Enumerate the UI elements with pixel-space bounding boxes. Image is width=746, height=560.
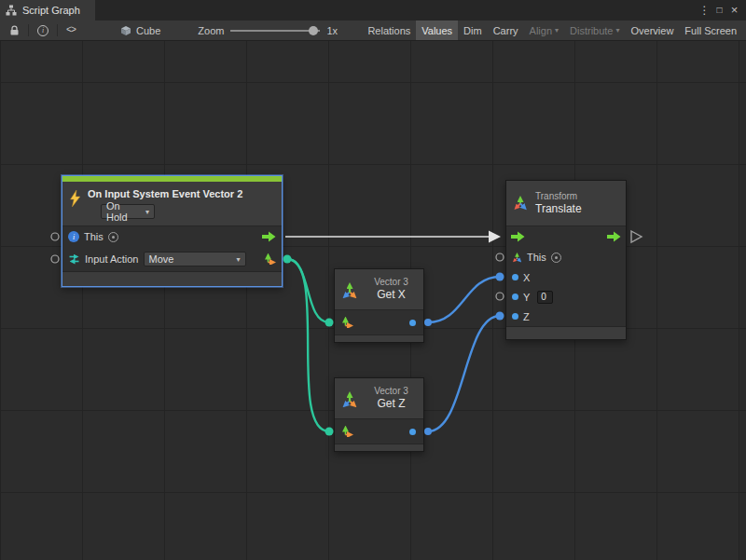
event-mode-dropdown[interactable]: On Hold ▾: [101, 204, 155, 219]
toolbar-button-overview[interactable]: Overview: [626, 20, 680, 40]
get-z-footer: [335, 444, 423, 451]
translate-z-row: Z: [506, 307, 626, 326]
wire-event-to-get-z[interactable]: [287, 259, 329, 431]
titlebar: Script Graph ⋮ □ ×: [0, 0, 746, 20]
inspect-button[interactable]: i: [32, 20, 54, 40]
dropdown-arrow-icon: ▾: [616, 26, 620, 34]
translate-y-row: Y 0: [506, 287, 626, 307]
tab-script-graph[interactable]: Script Graph: [0, 0, 95, 20]
object-name-label: Cube: [136, 25, 160, 36]
port-get-x-in[interactable]: [325, 319, 334, 327]
input-action-dropdown[interactable]: Move ▾: [144, 252, 246, 266]
maximize-icon[interactable]: □: [712, 0, 726, 20]
toolbar-button-values[interactable]: Values: [416, 20, 458, 40]
translate-footer: [506, 326, 626, 339]
tab-title: Script Graph: [22, 5, 80, 16]
value-output-port[interactable]: [409, 429, 416, 435]
port-get-x-out[interactable]: [424, 319, 432, 326]
flow-input-port-icon[interactable]: [511, 231, 525, 242]
node-get-z[interactable]: Vector 3 Get Z: [334, 377, 424, 452]
code-icon: <>: [66, 25, 76, 35]
zoom-label: Zoom: [198, 25, 224, 36]
window-controls: ⋮ □ ×: [698, 0, 746, 20]
code-preview-button[interactable]: <>: [61, 20, 81, 40]
lock-button[interactable]: [4, 20, 25, 40]
input-action-icon: [68, 253, 80, 265]
event-node-title: On Input System Event Vector 2: [88, 187, 242, 200]
self-object-icon: i: [68, 231, 79, 242]
dropdown-arrow-icon: ▾: [145, 208, 149, 216]
get-member-icon: [340, 280, 359, 299]
node-category: Transform: [535, 191, 582, 202]
dropdown-arrow-icon: ▾: [555, 26, 559, 34]
toolbar-button-fullscreen[interactable]: Full Screen: [679, 20, 742, 40]
window-menu-icon[interactable]: ⋮: [698, 0, 711, 20]
event-node-footer: [62, 271, 282, 286]
wire-arrowhead: [489, 231, 501, 243]
target-icon[interactable]: [108, 232, 118, 242]
toolbar-button-carry[interactable]: Carry: [488, 20, 524, 40]
node-title: Get Z: [365, 397, 418, 411]
node-on-input-system-event[interactable]: On Input System Event Vector 2 On Hold ▾…: [62, 175, 283, 287]
vector2-output-port-icon[interactable]: [265, 253, 276, 265]
port-translate-y-in[interactable]: [496, 293, 504, 300]
zoom-slider[interactable]: [230, 24, 320, 37]
get-member-icon: [340, 389, 359, 408]
event-input-action-row: Input Action Move ▾: [62, 247, 282, 271]
x-input-port[interactable]: [512, 274, 518, 280]
close-icon[interactable]: ×: [727, 0, 741, 20]
flow-output-port-icon[interactable]: [607, 231, 621, 242]
graph-icon: [6, 5, 17, 16]
toolbar-button-align[interactable]: Align ▾: [524, 20, 564, 40]
translate-x-row: X: [506, 267, 626, 287]
port-translate-x-in[interactable]: [496, 273, 504, 281]
port-event-action-in[interactable]: [51, 255, 59, 263]
graph-canvas[interactable]: On Input System Event Vector 2 On Hold ▾…: [0, 41, 746, 560]
get-x-port-row: [335, 310, 423, 335]
port-get-z-in[interactable]: [325, 428, 334, 436]
zoom-slider-track[interactable]: [230, 30, 320, 32]
toolbar-button-dim[interactable]: Dim: [458, 20, 488, 40]
get-z-port-row: [335, 419, 423, 444]
zoom-slider-handle[interactable]: [309, 26, 318, 35]
z-input-port[interactable]: [512, 313, 518, 320]
zoom-value: 1x: [326, 25, 338, 36]
toolbar-divider: [57, 24, 58, 36]
transform-icon: [513, 196, 528, 211]
node-get-x[interactable]: Vector 3 Get X: [334, 268, 424, 343]
vector3-input-port-icon[interactable]: [342, 317, 353, 328]
dropdown-arrow-icon: ▾: [236, 255, 240, 264]
y-value-input[interactable]: 0: [537, 291, 553, 304]
node-transform-translate[interactable]: Transform Translate This X Y 0: [505, 180, 627, 340]
node-category: Vector 3: [365, 277, 418, 288]
y-input-port[interactable]: [512, 294, 518, 300]
value-output-port[interactable]: [409, 320, 416, 326]
wire-get-z-to-translate-z[interactable]: [428, 316, 500, 431]
lock-icon: [9, 25, 20, 36]
port-event-flow-in[interactable]: [51, 233, 59, 240]
event-node-header: On Input System Event Vector 2 On Hold ▾: [62, 182, 282, 226]
cube-icon: [120, 25, 131, 36]
translate-this-row: This: [506, 247, 626, 267]
graph-context-object[interactable]: Cube: [120, 25, 160, 36]
graph-toolbar: i <> Cube Zoom 1x Relations Values Dim C…: [0, 20, 746, 41]
port-translate-this-in[interactable]: [496, 253, 504, 261]
node-category: Vector 3: [365, 386, 418, 397]
translate-flow-row: [506, 226, 626, 247]
wire-get-x-to-translate-x[interactable]: [428, 277, 500, 322]
lightning-icon: [69, 190, 81, 207]
vector3-input-port-icon[interactable]: [342, 426, 353, 437]
toolbar-divider: [28, 24, 29, 36]
toolbar-button-relations[interactable]: Relations: [362, 20, 416, 40]
wire-event-to-get-x[interactable]: [287, 259, 329, 322]
node-title: Translate: [535, 202, 582, 216]
port-translate-flow-out[interactable]: [631, 231, 642, 242]
target-icon[interactable]: [551, 253, 561, 263]
flow-output-port-icon[interactable]: [262, 231, 276, 242]
toolbar-button-distribute[interactable]: Distribute ▾: [564, 20, 625, 40]
port-get-z-out[interactable]: [424, 428, 432, 435]
port-event-vector2-out[interactable]: [283, 255, 292, 264]
get-z-header: Vector 3 Get Z: [335, 378, 423, 419]
port-translate-z-in[interactable]: [496, 312, 504, 321]
translate-header: Transform Translate: [506, 181, 626, 226]
